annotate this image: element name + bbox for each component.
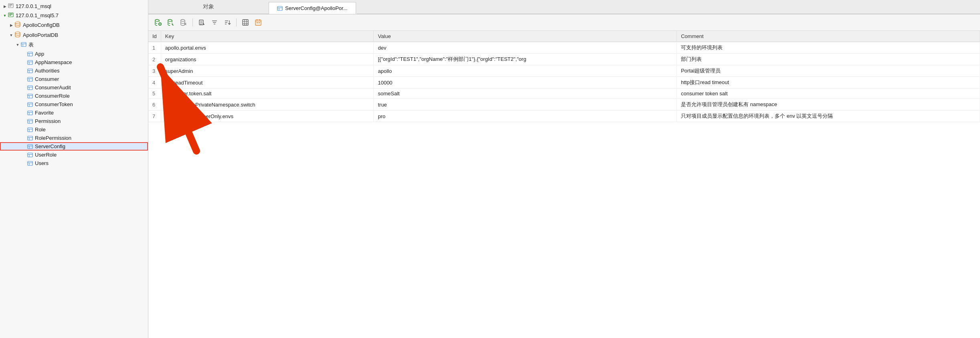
col-value: Value bbox=[374, 31, 677, 42]
consumeraudit-label: ConsumerAudit bbox=[35, 84, 71, 91]
cell-value: true bbox=[374, 99, 677, 111]
rolepermission-label: RolePermission bbox=[35, 135, 71, 141]
calendar-button[interactable] bbox=[253, 17, 264, 28]
sidebar-item-permission[interactable]: ▶ Permission bbox=[0, 117, 148, 125]
cell-comment: 只对项目成员显示配置信息的环境列表，多个 env 以英文逗号分隔 bbox=[677, 111, 980, 122]
svg-point-60 bbox=[168, 20, 172, 22]
consumerrole-label: ConsumerRole bbox=[35, 93, 70, 99]
sidebar-item-consumertoken[interactable]: ▶ ConsumerToken bbox=[0, 100, 148, 109]
svg-rect-0 bbox=[8, 4, 13, 8]
sidebar-item-app[interactable]: ▶ App bbox=[0, 50, 148, 58]
svg-rect-35 bbox=[28, 119, 32, 123]
data-table: Id Key Value Comment 1 apollo.portal.env… bbox=[148, 31, 980, 122]
role-label: Role bbox=[35, 127, 46, 133]
svg-point-7 bbox=[15, 32, 20, 34]
cell-id: 2 bbox=[148, 54, 161, 65]
triangle-icon: ▶ bbox=[2, 4, 7, 9]
table-icon-authorities bbox=[27, 68, 33, 74]
cell-value: 10000 bbox=[374, 77, 677, 89]
cell-key: configView.memberOnly.envs bbox=[161, 111, 374, 122]
consumer-label: Consumer bbox=[35, 76, 59, 82]
table-row[interactable]: 7 configView.memberOnly.envs pro 只对项目成员显… bbox=[148, 111, 980, 122]
cell-key: organizations bbox=[161, 54, 374, 65]
cell-key: apollo.portal.envs bbox=[161, 42, 374, 54]
sidebar-item-serverconfig[interactable]: ▶ ServerConfig bbox=[0, 142, 148, 151]
sidebar-item-consumer[interactable]: ▶ Consumer bbox=[0, 75, 148, 83]
sidebar-item-tables-group[interactable]: ▼ 表 bbox=[0, 40, 148, 50]
svg-rect-2 bbox=[9, 6, 11, 7]
sidebar-item-consumerrole[interactable]: ▶ ConsumerRole bbox=[0, 92, 148, 100]
svg-rect-38 bbox=[28, 128, 32, 132]
table-icon-permission bbox=[27, 119, 33, 124]
table-row[interactable]: 4 api.readTimeout 10000 http接口read timeo… bbox=[148, 77, 980, 89]
app-label: App bbox=[35, 51, 44, 57]
sidebar-item-role[interactable]: ▶ Role bbox=[0, 125, 148, 134]
svg-rect-85 bbox=[259, 22, 260, 23]
col-key: Key bbox=[161, 31, 374, 42]
serverconfig-label: ServerConfig bbox=[35, 143, 65, 149]
main-area: 对象 ServerConfig@ApolloPor... bbox=[148, 0, 980, 338]
table-icon-appnamespace bbox=[27, 60, 33, 65]
sidebar-item-rolepermission[interactable]: ▶ RolePermission bbox=[0, 134, 148, 142]
format-button[interactable] bbox=[196, 17, 207, 28]
delete-record-button[interactable] bbox=[178, 17, 189, 28]
cell-key: admin.createPrivateNamespace.switch bbox=[161, 99, 374, 111]
table-icon-consumer bbox=[27, 76, 33, 82]
consumertoken-label: ConsumerToken bbox=[35, 101, 73, 107]
table-icon-consumeraudit bbox=[27, 85, 33, 91]
objects-tab[interactable]: 对象 bbox=[148, 0, 269, 14]
sidebar-item-apolloportaldb[interactable]: ▼ ApolloPortalDB bbox=[0, 30, 148, 40]
table-icon-rolepermission bbox=[27, 135, 33, 141]
cell-comment: Portal超级管理员 bbox=[677, 65, 980, 77]
cell-key: superAdmin bbox=[161, 65, 374, 77]
svg-rect-50 bbox=[28, 161, 32, 165]
edit-record-button[interactable] bbox=[165, 17, 176, 28]
conn1-label: 127.0.0.1_msql bbox=[16, 3, 51, 9]
svg-point-6 bbox=[15, 22, 20, 24]
triangle-tables-icon: ▼ bbox=[15, 42, 20, 47]
toolbar-divider1 bbox=[192, 18, 193, 26]
cell-key: api.readTimeout bbox=[161, 77, 374, 89]
table-row[interactable]: 3 superAdmin apollo Portal超级管理员 bbox=[148, 65, 980, 77]
svg-rect-14 bbox=[28, 60, 32, 64]
svg-rect-23 bbox=[28, 86, 32, 90]
sidebar-item-favorite[interactable]: ▶ Favorite bbox=[0, 109, 148, 117]
triangle-expand2-icon: ▼ bbox=[9, 33, 14, 38]
table-row[interactable]: 6 admin.createPrivateNamespace.switch tr… bbox=[148, 99, 980, 111]
toolbar bbox=[148, 14, 980, 31]
apolloportaldb-label: ApolloPortalDB bbox=[23, 32, 58, 38]
favorite-label: Favorite bbox=[35, 110, 54, 116]
svg-rect-20 bbox=[28, 77, 32, 81]
cell-id: 5 bbox=[148, 89, 161, 99]
table-row[interactable]: 5 consumer.token.salt someSalt consumer … bbox=[148, 89, 980, 99]
svg-point-62 bbox=[181, 20, 185, 22]
active-tab-table-icon bbox=[277, 6, 283, 11]
grid-view-button[interactable] bbox=[240, 17, 251, 28]
sidebar-item-appnamespace[interactable]: ▶ AppNamespace bbox=[0, 58, 148, 66]
cell-comment: consumer token salt bbox=[677, 89, 980, 99]
sidebar-item-consumeraudit[interactable]: ▶ ConsumerAudit bbox=[0, 83, 148, 92]
filter-button[interactable] bbox=[209, 17, 220, 28]
connection-active-icon bbox=[8, 12, 14, 19]
serverconfig-tab[interactable]: ServerConfig@ApolloPor... bbox=[269, 2, 356, 14]
svg-point-56 bbox=[155, 20, 159, 22]
sidebar-item-apolloconfigdb[interactable]: ▶ ApolloConfigDB bbox=[0, 20, 148, 30]
table-row[interactable]: 2 organizations [{"orgId":"TEST1","orgNa… bbox=[148, 54, 980, 65]
svg-rect-44 bbox=[28, 145, 32, 149]
sidebar-item-users[interactable]: ▶ Users bbox=[0, 159, 148, 167]
sort-button[interactable] bbox=[222, 17, 233, 28]
svg-rect-17 bbox=[28, 69, 32, 73]
permission-label: Permission bbox=[35, 118, 61, 124]
table-icon-app bbox=[27, 51, 33, 57]
add-record-button[interactable] bbox=[152, 17, 164, 28]
table-row[interactable]: 1 apollo.portal.envs dev 可支持的环境列表 bbox=[148, 42, 980, 54]
sidebar-item-authorities[interactable]: ▶ Authorities bbox=[0, 66, 148, 75]
cell-id: 3 bbox=[148, 65, 161, 77]
cell-value: apollo bbox=[374, 65, 677, 77]
sidebar-item-userrole[interactable]: ▶ UserRole bbox=[0, 151, 148, 159]
table-icon-consumerrole bbox=[27, 93, 33, 99]
cell-id: 1 bbox=[148, 42, 161, 54]
sidebar-item-conn2[interactable]: ▼ 127.0.0.1_msql5.7 bbox=[0, 11, 148, 20]
svg-rect-75 bbox=[243, 20, 248, 25]
sidebar-item-conn1[interactable]: ▶ 127.0.0.1_msql bbox=[0, 2, 148, 11]
